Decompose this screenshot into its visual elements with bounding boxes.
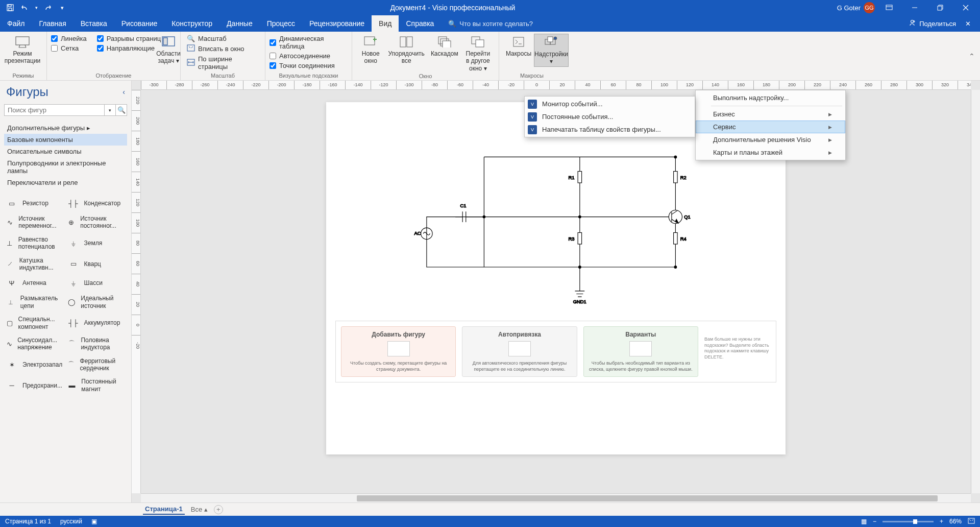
shape-item[interactable]: ◯Идеальный источник bbox=[66, 292, 128, 313]
qat-dropdown-icon[interactable]: ▾ bbox=[56, 2, 68, 14]
tab-help[interactable]: Справка bbox=[399, 15, 441, 32]
cascade-button[interactable]: Каскадом bbox=[428, 34, 461, 73]
menu-run-addin[interactable]: Выполнить надстройку... bbox=[696, 91, 845, 104]
menu-print-props[interactable]: VНапечатать таблицу свойств фигуры... bbox=[525, 123, 695, 136]
redo-icon[interactable] bbox=[42, 2, 54, 14]
tab-process[interactable]: Процесс bbox=[260, 15, 302, 32]
tip-variants[interactable]: ВариантыЧтобы выбрать необходимый тип ва… bbox=[583, 326, 698, 377]
shape-item[interactable]: ⟋Катушка индуктивн... bbox=[4, 254, 66, 275]
shape-item[interactable]: ∿Источник переменног... bbox=[4, 212, 66, 233]
add-page-icon[interactable]: + bbox=[214, 505, 223, 514]
search-dropdown-icon[interactable]: ▾ bbox=[105, 104, 116, 116]
horizontal-scrollbar[interactable] bbox=[141, 493, 971, 502]
minimize-icon[interactable] bbox=[903, 0, 926, 15]
shape-item[interactable]: ┤├Аккумулятор bbox=[66, 313, 128, 333]
tip-autosnap[interactable]: АвтопривязкаДля автоматического прикрепл… bbox=[462, 326, 577, 377]
stencil-more[interactable]: Дополнительные фигуры ▸ bbox=[4, 122, 127, 134]
view-normal-icon[interactable]: ▦ bbox=[861, 518, 867, 525]
fit-page-icon[interactable] bbox=[968, 518, 975, 525]
tab-home[interactable]: Главная bbox=[32, 15, 73, 32]
shape-item[interactable]: ┤├Конденсатор bbox=[66, 195, 128, 212]
close-icon[interactable] bbox=[954, 0, 977, 15]
addins-button[interactable]: Надстройки▾ bbox=[534, 34, 569, 67]
shape-item[interactable]: ▢Специальн... компонент bbox=[4, 313, 66, 333]
macro-record-icon[interactable]: ▣ bbox=[91, 518, 97, 525]
menu-persistent-events[interactable]: VПостоянные события... bbox=[525, 110, 695, 123]
menu-event-monitor[interactable]: VМонитор событий... bbox=[525, 98, 695, 110]
shape-item[interactable]: ▭Резистор bbox=[4, 195, 66, 212]
maximize-icon[interactable] bbox=[929, 0, 951, 15]
user-name[interactable]: G Goter bbox=[837, 4, 861, 12]
shape-item[interactable]: ─Предохрани... bbox=[4, 375, 66, 396]
page-width-button[interactable]: По ширине страницы bbox=[185, 54, 261, 71]
dyngrid-checkbox[interactable]: Динамическая таблица bbox=[270, 34, 348, 51]
menu-more-visio[interactable]: Дополнительные решения Visio▶ bbox=[696, 133, 845, 146]
shape-item[interactable]: ⌒Ферритовый сердечник bbox=[66, 354, 128, 375]
share-button[interactable]: Поделиться bbox=[908, 19, 956, 29]
autoconnect-checkbox[interactable]: Автосоединение bbox=[270, 51, 348, 61]
stencil-basic[interactable]: Базовые компоненты bbox=[4, 134, 127, 146]
shape-item[interactable]: ⊥Равенство потенциалов bbox=[4, 233, 66, 254]
undo-icon[interactable] bbox=[18, 2, 31, 14]
ribbon: Режим презентации Режимы Линейка Сетка Р… bbox=[0, 32, 980, 81]
zoom-out-icon[interactable]: − bbox=[873, 518, 876, 525]
stencil-semiconductors[interactable]: Полупроводники и электронные лампы bbox=[4, 157, 127, 177]
status-lang[interactable]: русский bbox=[60, 518, 82, 525]
breaks-checkbox[interactable]: Разрывы страниц bbox=[97, 34, 161, 43]
tell-me-search[interactable]: 🔍 Что вы хотите сделать? bbox=[448, 15, 533, 32]
grid-checkbox[interactable]: Сетка bbox=[51, 43, 87, 53]
zoom-in-icon[interactable]: + bbox=[940, 518, 943, 525]
shape-item[interactable]: ⏚Земля bbox=[66, 233, 128, 254]
shape-item[interactable]: ∿Синусоидал... напряжение bbox=[4, 333, 66, 354]
tab-draw[interactable]: Рисование bbox=[114, 15, 165, 32]
save-icon[interactable] bbox=[4, 2, 16, 14]
switch-window-button[interactable]: Перейти в другое окно ▾ bbox=[461, 34, 495, 73]
macros-button[interactable]: Макросы bbox=[503, 34, 534, 67]
tab-review[interactable]: Рецензирование bbox=[302, 15, 372, 32]
fit-window-button[interactable]: Вписать в окно bbox=[185, 43, 261, 54]
shape-item[interactable]: ⊕Источник постоянног... bbox=[66, 212, 128, 233]
undo-dropdown-icon[interactable]: ▾ bbox=[33, 2, 40, 14]
search-go-icon[interactable]: 🔍 bbox=[116, 104, 127, 116]
circuit-schematic[interactable]: AC C1 R1 R3 R2 R4 bbox=[398, 152, 714, 305]
tab-view[interactable]: Вид bbox=[372, 15, 399, 32]
menu-service[interactable]: Сервис▶ bbox=[696, 121, 845, 133]
user-avatar[interactable]: GG bbox=[864, 2, 875, 13]
tab-data[interactable]: Данные bbox=[219, 15, 260, 32]
menu-maps[interactable]: Карты и планы этажей▶ bbox=[696, 146, 845, 159]
vertical-scrollbar[interactable] bbox=[971, 90, 980, 493]
arrange-all-button[interactable]: Упорядочить все bbox=[385, 34, 427, 73]
ruler-checkbox[interactable]: Линейка bbox=[51, 34, 87, 43]
tab-file[interactable]: Файл bbox=[0, 15, 32, 32]
stencil-descriptive[interactable]: Описательные символы bbox=[4, 146, 127, 157]
new-window-button[interactable]: Новое окно bbox=[356, 34, 385, 73]
guides-checkbox[interactable]: Направляющие bbox=[97, 43, 161, 53]
tab-design[interactable]: Конструктор bbox=[164, 15, 219, 32]
zoom-scale-button[interactable]: 🔍Масштаб bbox=[185, 34, 261, 43]
page-tab-all[interactable]: Все ▴ bbox=[191, 506, 208, 513]
ribbon-display-icon[interactable] bbox=[878, 0, 900, 15]
shape-item[interactable]: ✶Электрозапал bbox=[4, 354, 66, 375]
stencil-switches[interactable]: Переключатели и реле bbox=[4, 177, 127, 188]
shapes-search-input[interactable] bbox=[4, 104, 105, 116]
collapse-ribbon-icon[interactable]: ⌃ bbox=[969, 52, 975, 60]
tip-add-shape[interactable]: Добавить фигуруЧтобы создать схему, пере… bbox=[341, 326, 456, 377]
canvas[interactable]: -300-280-260-240-220-200-180-160-140-120… bbox=[132, 81, 980, 502]
panel-collapse-icon[interactable]: ‹ bbox=[122, 88, 125, 96]
shape-item[interactable]: ▬Постоянный магнит bbox=[66, 375, 128, 396]
taskpanes-button[interactable]: Области задач ▾ bbox=[154, 34, 183, 66]
tab-insert[interactable]: Вставка bbox=[74, 15, 114, 32]
menu-business[interactable]: Бизнес▶ bbox=[696, 108, 845, 121]
zoom-level[interactable]: 66% bbox=[949, 518, 962, 525]
shape-item[interactable]: ▭Кварц bbox=[66, 254, 128, 275]
shape-item[interactable]: ⌒Половина индуктора bbox=[66, 333, 128, 354]
status-page[interactable]: Страница 1 из 1 bbox=[5, 518, 51, 525]
zoom-slider[interactable] bbox=[883, 521, 934, 522]
close-pane-icon[interactable]: ✕ bbox=[965, 20, 971, 28]
shape-item[interactable]: ⟂Размыкатель цепи bbox=[4, 292, 66, 313]
page-tab-1[interactable]: Страница-1 bbox=[143, 504, 185, 515]
shape-item[interactable]: ⏚Шасси bbox=[66, 274, 128, 292]
shape-item[interactable]: ΨАнтенна bbox=[4, 274, 66, 292]
conpoints-checkbox[interactable]: Точки соединения bbox=[270, 61, 348, 70]
presentation-mode-button[interactable]: Режим презентации bbox=[4, 34, 41, 66]
